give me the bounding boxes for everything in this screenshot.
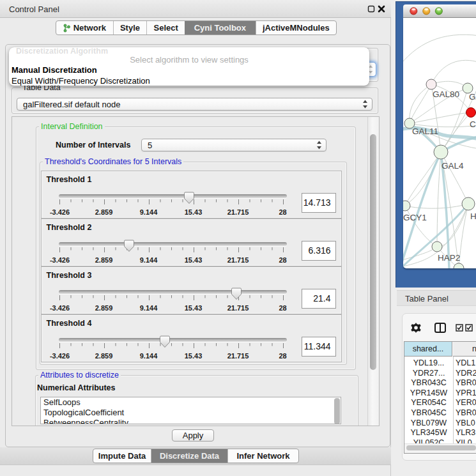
svg-text:GA: GA xyxy=(469,92,476,102)
svg-text:H: H xyxy=(470,211,476,221)
svg-text:GCY1: GCY1 xyxy=(403,213,427,222)
svg-text:GAL80: GAL80 xyxy=(433,89,459,99)
svg-text:GAL4: GAL4 xyxy=(441,161,464,171)
svg-text:HAP2: HAP2 xyxy=(438,253,460,263)
svg-text:GAL11: GAL11 xyxy=(412,127,438,136)
svg-text:C: C xyxy=(470,119,476,129)
